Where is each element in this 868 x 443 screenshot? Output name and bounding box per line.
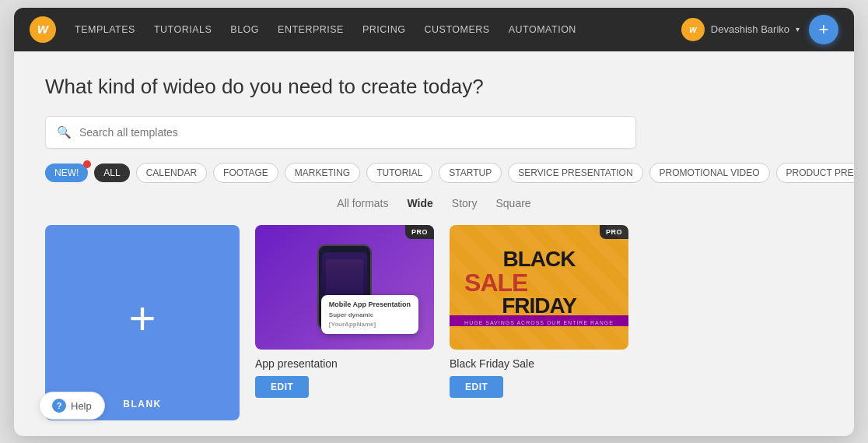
filter-service-presentation[interactable]: SERVICE PRESENTATION (508, 163, 642, 183)
nav-templates[interactable]: TEMPLATES (75, 24, 135, 35)
format-story[interactable]: Story (452, 197, 478, 209)
app-overlay: Mobile App Presentation Super dynamic [Y… (321, 295, 418, 334)
filter-tutorial[interactable]: TUTORIAL (366, 163, 432, 183)
format-row: All formats Wide Story Square (45, 197, 823, 209)
header: w TEMPLATES TUTORIALS BLOG ENTERPRISE PR… (14, 8, 854, 51)
bf-text: BLACK SALE FRIDAY HUGE SAVINGS ACROSS OU… (464, 248, 614, 325)
header-right: w Devashish Bariko ▾ + (681, 15, 838, 44)
main-nav: TEMPLATES TUTORIALS BLOG ENTERPRISE PRIC… (75, 24, 681, 35)
format-all[interactable]: All formats (337, 197, 388, 209)
card-blackfriday[interactable]: PRO BLACK SALE FRIDAY HUGE SAVINGS ACROS… (450, 225, 628, 420)
logo-text: w (37, 21, 48, 37)
help-icon: ? (52, 399, 66, 413)
nav-tutorials[interactable]: TUTORIALS (154, 24, 212, 35)
search-input[interactable] (79, 126, 625, 139)
blank-label: BLANK (123, 399, 162, 410)
filter-calendar[interactable]: CALENDAR (136, 163, 207, 183)
card-bf-thumb: PRO BLACK SALE FRIDAY HUGE SAVINGS ACROS… (450, 225, 628, 350)
format-square[interactable]: Square (495, 197, 530, 209)
card-app-presentation[interactable]: PRO Mobile App Presentation Super dynami… (255, 225, 434, 420)
nav-automation[interactable]: AUTOMATION (509, 24, 576, 35)
main-content: What kind of wideo do you need to create… (14, 51, 854, 436)
filter-startup[interactable]: STARTUP (439, 163, 502, 183)
card-app-thumb: PRO Mobile App Presentation Super dynami… (255, 225, 434, 350)
nav-enterprise[interactable]: ENTERPRISE (278, 24, 344, 35)
user-avatar-icon: w (689, 24, 696, 35)
cards-row: + BLANK PRO Mobile App Presentation (45, 225, 823, 420)
nav-blog[interactable]: BLOG (230, 24, 259, 35)
edit-bf-button[interactable]: EDIT (450, 376, 503, 398)
card-bf-title: Black Friday Sale (450, 357, 628, 370)
filter-promotional-video[interactable]: PROMOTIONAL VIDEO (649, 163, 770, 183)
new-badge (83, 160, 91, 168)
edit-app-button[interactable]: EDIT (255, 376, 309, 398)
help-button[interactable]: ? Help (39, 392, 105, 420)
help-label: Help (71, 400, 92, 412)
logo[interactable]: w (30, 16, 56, 43)
nav-customers[interactable]: CUSTOMERS (425, 24, 490, 35)
format-wide[interactable]: Wide (407, 197, 432, 209)
filter-new[interactable]: NEW! (45, 163, 88, 182)
page-title: What kind of wideo do you need to create… (45, 75, 823, 99)
chevron-down-icon: ▾ (796, 25, 800, 33)
search-icon: 🔍 (57, 125, 72, 139)
card-app-title: App presentation (255, 357, 434, 370)
add-button[interactable]: + (809, 15, 838, 44)
filter-product-presentation[interactable]: PRODUCT PRESENTATION (776, 163, 855, 183)
filter-footage[interactable]: FOOTAGE (213, 163, 278, 183)
user-menu[interactable]: w Devashish Bariko ▾ (681, 18, 800, 41)
filter-marketing[interactable]: MARKETING (285, 163, 360, 183)
blank-card[interactable]: + BLANK (45, 225, 240, 420)
nav-pricing[interactable]: PRICING (362, 24, 406, 35)
filter-all[interactable]: ALL (94, 163, 129, 182)
user-name: Devashish Bariko (711, 23, 789, 35)
search-bar: 🔍 (45, 116, 636, 149)
pro-badge-app: PRO (405, 225, 434, 239)
filter-row: NEW! ALL CALENDAR FOOTAGE MARKETING TUTO… (45, 163, 823, 183)
user-avatar: w (681, 18, 705, 41)
blank-plus-icon: + (128, 295, 156, 342)
